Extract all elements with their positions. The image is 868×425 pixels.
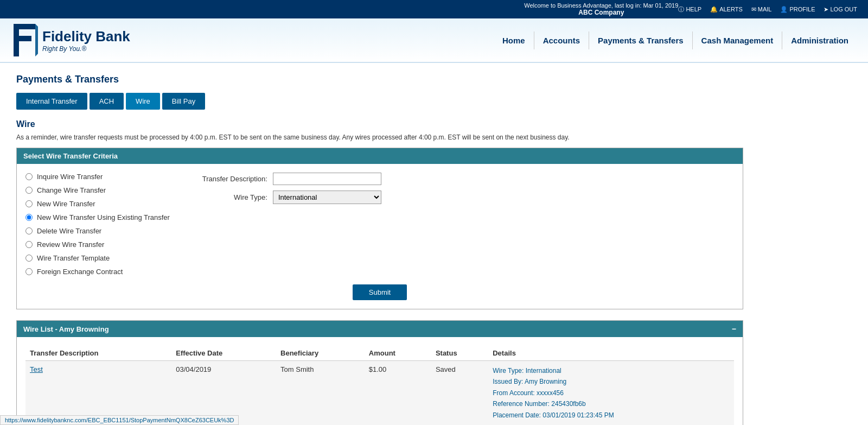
- mail-icon: ✉: [751, 6, 756, 13]
- top-bar-center: Welcome to Business Advantage, last log …: [524, 2, 678, 16]
- svg-marker-0: [14, 24, 35, 56]
- radio-template-input[interactable]: [25, 255, 33, 262]
- col-status: Status: [431, 346, 488, 361]
- submit-row: Submit: [25, 284, 734, 300]
- help-icon: ⓘ: [678, 5, 684, 14]
- radio-delete-input[interactable]: [25, 227, 33, 234]
- transfer-description-label: Transfer Description:: [192, 175, 267, 183]
- main-nav: Home Accounts Payments & Transfers Cash …: [494, 31, 857, 49]
- detail-reference: Reference Number: 245430fb6b: [493, 398, 730, 409]
- collapse-icon[interactable]: −: [732, 325, 736, 333]
- radio-forex: Foreign Exchange Contract: [25, 268, 170, 276]
- wire-section-note: As a reminder, wire transfer requests mu…: [16, 134, 743, 141]
- page-title: Payments & Transfers: [16, 74, 743, 85]
- help-link[interactable]: ⓘ HELP: [678, 5, 701, 14]
- criteria-panel-header: Select Wire Transfer Criteria: [17, 148, 743, 164]
- nav-home[interactable]: Home: [494, 31, 534, 49]
- radio-inquire-input[interactable]: [25, 173, 33, 180]
- radio-delete: Delete Wire Transfer: [25, 227, 170, 235]
- description-link[interactable]: Test: [30, 365, 43, 373]
- radio-change-input[interactable]: [25, 187, 33, 194]
- cell-amount: $1.00: [365, 361, 431, 425]
- cell-status: Saved: [431, 361, 488, 425]
- header: Fidelity Bank Right By You.® Home Accoun…: [0, 18, 868, 63]
- wire-list-table: Transfer Description Effective Date Bene…: [25, 346, 734, 425]
- radio-list: Inquire Wire Transfer Change Wire Transf…: [25, 173, 170, 276]
- col-details: Details: [488, 346, 734, 361]
- tab-bill-pay[interactable]: Bill Pay: [162, 93, 205, 110]
- col-description: Transfer Description: [25, 346, 171, 361]
- radio-review-input[interactable]: [25, 241, 33, 248]
- transfer-description-input[interactable]: [273, 173, 381, 185]
- detail-wire-type: Wire Type: International: [493, 365, 730, 376]
- criteria-panel-title: Select Wire Transfer Criteria: [23, 152, 118, 160]
- radio-inquire: Inquire Wire Transfer: [25, 173, 170, 181]
- criteria-grid: Inquire Wire Transfer Change Wire Transf…: [25, 173, 734, 276]
- nav-payments-transfers[interactable]: Payments & Transfers: [589, 31, 692, 49]
- mail-link[interactable]: ✉ MAIL: [751, 6, 772, 13]
- bank-name: Fidelity Bank: [42, 28, 130, 45]
- tab-buttons: Internal Transfer ACH Wire Bill Pay: [16, 93, 743, 110]
- radio-new-input[interactable]: [25, 200, 33, 207]
- detail-placement-date: Placement Date: 03/01/2019 01:23:45 PM: [493, 410, 730, 421]
- field-group: Transfer Description: Wire Type: Interna…: [192, 173, 381, 276]
- criteria-panel-body: Inquire Wire Transfer Change Wire Transf…: [17, 164, 743, 309]
- tab-ach[interactable]: ACH: [90, 93, 124, 110]
- cell-details: Wire Type: International Issued By: Amy …: [488, 361, 734, 425]
- nav-administration[interactable]: Administration: [782, 31, 857, 49]
- wire-section-title: Wire: [16, 119, 743, 129]
- tab-wire[interactable]: Wire: [126, 93, 160, 110]
- radio-new-existing: New Wire Transfer Using Existing Transfe…: [25, 213, 170, 221]
- radio-review: Review Wire Transfer: [25, 240, 170, 249]
- wire-list-header-row: Transfer Description Effective Date Bene…: [25, 346, 734, 361]
- wire-list-panel-body: Transfer Description Effective Date Bene…: [17, 337, 743, 425]
- criteria-panel: Select Wire Transfer Criteria Inquire Wi…: [16, 148, 743, 309]
- logout-link[interactable]: ➤ LOG OUT: [824, 6, 857, 13]
- cell-beneficiary: Tom Smith: [276, 361, 365, 425]
- logout-icon: ➤: [824, 6, 828, 13]
- logo: Fidelity Bank Right By You.®: [11, 24, 130, 56]
- alerts-link[interactable]: 🔔 ALERTS: [710, 6, 743, 13]
- wire-type-label: Wire Type:: [192, 193, 267, 201]
- profile-icon: 👤: [780, 6, 788, 13]
- tab-internal-transfer[interactable]: Internal Transfer: [16, 93, 87, 110]
- radio-change: Change Wire Transfer: [25, 186, 170, 194]
- detail-issued-by: Issued By: Amy Browning: [493, 376, 730, 387]
- welcome-text: Welcome to Business Advantage, last log …: [524, 2, 678, 9]
- content-area: Payments & Transfers Internal Transfer A…: [0, 63, 760, 425]
- nav-accounts[interactable]: Accounts: [534, 31, 589, 49]
- detail-from-account: From Account: xxxxx456: [493, 388, 730, 398]
- wire-type-select[interactable]: International Domestic: [273, 191, 381, 204]
- radio-new: New Wire Transfer: [25, 200, 170, 208]
- logo-text: Fidelity Bank Right By You.®: [42, 28, 130, 53]
- wire-list-panel-title: Wire List - Amy Browning: [23, 325, 109, 333]
- col-beneficiary: Beneficiary: [276, 346, 365, 361]
- profile-link[interactable]: 👤 PROFILE: [780, 6, 815, 13]
- nav-cash-management[interactable]: Cash Management: [692, 31, 782, 49]
- svg-marker-1: [35, 24, 38, 56]
- company-name: ABC Company: [524, 9, 678, 16]
- col-effective-date: Effective Date: [171, 346, 276, 361]
- radio-new-existing-input[interactable]: [25, 214, 33, 221]
- submit-button[interactable]: Submit: [353, 284, 407, 300]
- wire-list-panel-header: Wire List - Amy Browning −: [17, 321, 743, 337]
- bank-logo-icon: [11, 24, 38, 56]
- url-bar: https://www.fidelitybanknc.com/EBC_EBC11…: [0, 415, 239, 425]
- wire-list-thead: Transfer Description Effective Date Bene…: [25, 346, 734, 361]
- radio-forex-input[interactable]: [25, 268, 33, 275]
- transfer-description-row: Transfer Description:: [192, 173, 381, 185]
- col-amount: Amount: [365, 346, 431, 361]
- top-bar: Welcome to Business Advantage, last log …: [0, 0, 868, 18]
- top-bar-nav: ⓘ HELP 🔔 ALERTS ✉ MAIL 👤 PROFILE ➤ LOG O…: [678, 5, 857, 14]
- details-content: Wire Type: International Issued By: Amy …: [493, 365, 730, 421]
- alerts-icon: 🔔: [710, 6, 718, 13]
- wire-list-panel: Wire List - Amy Browning − Transfer Desc…: [16, 320, 743, 425]
- radio-template: Wire Transfer Template: [25, 254, 170, 262]
- wire-type-row: Wire Type: International Domestic: [192, 191, 381, 204]
- tagline: Right By You.®: [42, 45, 130, 53]
